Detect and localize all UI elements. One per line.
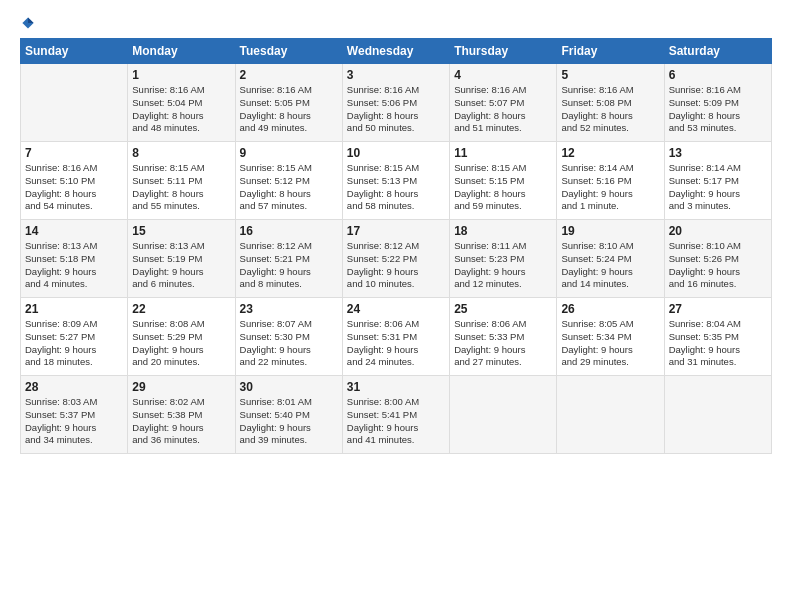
calendar-cell: 8Sunrise: 8:15 AMSunset: 5:11 PMDaylight… <box>128 142 235 220</box>
day-info: Sunrise: 8:15 AMSunset: 5:13 PMDaylight:… <box>347 162 445 213</box>
header-row-days: SundayMondayTuesdayWednesdayThursdayFrid… <box>21 39 772 64</box>
logo <box>20 16 35 30</box>
calendar-week-row: 7Sunrise: 8:16 AMSunset: 5:10 PMDaylight… <box>21 142 772 220</box>
logo-icon <box>21 16 35 30</box>
day-info: Sunrise: 8:00 AMSunset: 5:41 PMDaylight:… <box>347 396 445 447</box>
day-number: 4 <box>454 68 552 82</box>
day-info: Sunrise: 8:12 AMSunset: 5:21 PMDaylight:… <box>240 240 338 291</box>
day-number: 21 <box>25 302 123 316</box>
day-number: 28 <box>25 380 123 394</box>
day-info: Sunrise: 8:13 AMSunset: 5:19 PMDaylight:… <box>132 240 230 291</box>
header-day: Friday <box>557 39 664 64</box>
main-container: SundayMondayTuesdayWednesdayThursdayFrid… <box>0 0 792 464</box>
day-info: Sunrise: 8:16 AMSunset: 5:07 PMDaylight:… <box>454 84 552 135</box>
calendar-cell <box>557 376 664 454</box>
calendar-cell: 7Sunrise: 8:16 AMSunset: 5:10 PMDaylight… <box>21 142 128 220</box>
day-info: Sunrise: 8:15 AMSunset: 5:11 PMDaylight:… <box>132 162 230 213</box>
day-number: 23 <box>240 302 338 316</box>
day-info: Sunrise: 8:16 AMSunset: 5:06 PMDaylight:… <box>347 84 445 135</box>
day-number: 9 <box>240 146 338 160</box>
day-info: Sunrise: 8:13 AMSunset: 5:18 PMDaylight:… <box>25 240 123 291</box>
day-number: 16 <box>240 224 338 238</box>
calendar-cell: 10Sunrise: 8:15 AMSunset: 5:13 PMDayligh… <box>342 142 449 220</box>
day-number: 7 <box>25 146 123 160</box>
calendar-cell: 2Sunrise: 8:16 AMSunset: 5:05 PMDaylight… <box>235 64 342 142</box>
day-number: 30 <box>240 380 338 394</box>
day-number: 3 <box>347 68 445 82</box>
calendar-cell: 13Sunrise: 8:14 AMSunset: 5:17 PMDayligh… <box>664 142 771 220</box>
calendar-header: SundayMondayTuesdayWednesdayThursdayFrid… <box>21 39 772 64</box>
day-number: 1 <box>132 68 230 82</box>
calendar-week-row: 21Sunrise: 8:09 AMSunset: 5:27 PMDayligh… <box>21 298 772 376</box>
calendar-cell: 12Sunrise: 8:14 AMSunset: 5:16 PMDayligh… <box>557 142 664 220</box>
calendar-cell <box>21 64 128 142</box>
day-number: 18 <box>454 224 552 238</box>
day-info: Sunrise: 8:15 AMSunset: 5:12 PMDaylight:… <box>240 162 338 213</box>
calendar-cell: 27Sunrise: 8:04 AMSunset: 5:35 PMDayligh… <box>664 298 771 376</box>
day-number: 14 <box>25 224 123 238</box>
day-number: 27 <box>669 302 767 316</box>
calendar-body: 1Sunrise: 8:16 AMSunset: 5:04 PMDaylight… <box>21 64 772 454</box>
calendar-cell: 1Sunrise: 8:16 AMSunset: 5:04 PMDaylight… <box>128 64 235 142</box>
day-info: Sunrise: 8:10 AMSunset: 5:26 PMDaylight:… <box>669 240 767 291</box>
header-row <box>20 16 772 30</box>
header-day: Sunday <box>21 39 128 64</box>
calendar-cell: 21Sunrise: 8:09 AMSunset: 5:27 PMDayligh… <box>21 298 128 376</box>
day-number: 26 <box>561 302 659 316</box>
calendar-cell: 15Sunrise: 8:13 AMSunset: 5:19 PMDayligh… <box>128 220 235 298</box>
day-info: Sunrise: 8:02 AMSunset: 5:38 PMDaylight:… <box>132 396 230 447</box>
day-number: 25 <box>454 302 552 316</box>
calendar-cell: 18Sunrise: 8:11 AMSunset: 5:23 PMDayligh… <box>450 220 557 298</box>
day-number: 11 <box>454 146 552 160</box>
day-info: Sunrise: 8:14 AMSunset: 5:17 PMDaylight:… <box>669 162 767 213</box>
day-info: Sunrise: 8:06 AMSunset: 5:33 PMDaylight:… <box>454 318 552 369</box>
calendar-cell: 11Sunrise: 8:15 AMSunset: 5:15 PMDayligh… <box>450 142 557 220</box>
calendar-cell: 25Sunrise: 8:06 AMSunset: 5:33 PMDayligh… <box>450 298 557 376</box>
day-number: 8 <box>132 146 230 160</box>
calendar-cell: 24Sunrise: 8:06 AMSunset: 5:31 PMDayligh… <box>342 298 449 376</box>
day-info: Sunrise: 8:16 AMSunset: 5:10 PMDaylight:… <box>25 162 123 213</box>
calendar-cell: 26Sunrise: 8:05 AMSunset: 5:34 PMDayligh… <box>557 298 664 376</box>
calendar-cell <box>664 376 771 454</box>
header-day: Tuesday <box>235 39 342 64</box>
day-number: 19 <box>561 224 659 238</box>
day-info: Sunrise: 8:05 AMSunset: 5:34 PMDaylight:… <box>561 318 659 369</box>
day-number: 15 <box>132 224 230 238</box>
day-number: 31 <box>347 380 445 394</box>
calendar-cell: 9Sunrise: 8:15 AMSunset: 5:12 PMDaylight… <box>235 142 342 220</box>
day-info: Sunrise: 8:03 AMSunset: 5:37 PMDaylight:… <box>25 396 123 447</box>
calendar-cell: 17Sunrise: 8:12 AMSunset: 5:22 PMDayligh… <box>342 220 449 298</box>
day-info: Sunrise: 8:15 AMSunset: 5:15 PMDaylight:… <box>454 162 552 213</box>
day-number: 13 <box>669 146 767 160</box>
calendar-cell: 14Sunrise: 8:13 AMSunset: 5:18 PMDayligh… <box>21 220 128 298</box>
calendar-cell: 3Sunrise: 8:16 AMSunset: 5:06 PMDaylight… <box>342 64 449 142</box>
day-info: Sunrise: 8:08 AMSunset: 5:29 PMDaylight:… <box>132 318 230 369</box>
day-info: Sunrise: 8:06 AMSunset: 5:31 PMDaylight:… <box>347 318 445 369</box>
day-number: 12 <box>561 146 659 160</box>
day-info: Sunrise: 8:16 AMSunset: 5:08 PMDaylight:… <box>561 84 659 135</box>
calendar-cell: 29Sunrise: 8:02 AMSunset: 5:38 PMDayligh… <box>128 376 235 454</box>
day-number: 29 <box>132 380 230 394</box>
calendar-cell: 6Sunrise: 8:16 AMSunset: 5:09 PMDaylight… <box>664 64 771 142</box>
calendar-cell: 4Sunrise: 8:16 AMSunset: 5:07 PMDaylight… <box>450 64 557 142</box>
day-number: 5 <box>561 68 659 82</box>
day-info: Sunrise: 8:16 AMSunset: 5:05 PMDaylight:… <box>240 84 338 135</box>
calendar-week-row: 14Sunrise: 8:13 AMSunset: 5:18 PMDayligh… <box>21 220 772 298</box>
day-info: Sunrise: 8:11 AMSunset: 5:23 PMDaylight:… <box>454 240 552 291</box>
calendar-cell: 5Sunrise: 8:16 AMSunset: 5:08 PMDaylight… <box>557 64 664 142</box>
day-info: Sunrise: 8:16 AMSunset: 5:04 PMDaylight:… <box>132 84 230 135</box>
logo-text <box>20 16 35 30</box>
day-info: Sunrise: 8:07 AMSunset: 5:30 PMDaylight:… <box>240 318 338 369</box>
calendar-cell: 20Sunrise: 8:10 AMSunset: 5:26 PMDayligh… <box>664 220 771 298</box>
header-day: Wednesday <box>342 39 449 64</box>
day-info: Sunrise: 8:01 AMSunset: 5:40 PMDaylight:… <box>240 396 338 447</box>
day-number: 20 <box>669 224 767 238</box>
calendar-cell: 30Sunrise: 8:01 AMSunset: 5:40 PMDayligh… <box>235 376 342 454</box>
calendar-week-row: 28Sunrise: 8:03 AMSunset: 5:37 PMDayligh… <box>21 376 772 454</box>
header-day: Thursday <box>450 39 557 64</box>
day-info: Sunrise: 8:16 AMSunset: 5:09 PMDaylight:… <box>669 84 767 135</box>
calendar-week-row: 1Sunrise: 8:16 AMSunset: 5:04 PMDaylight… <box>21 64 772 142</box>
calendar-cell: 23Sunrise: 8:07 AMSunset: 5:30 PMDayligh… <box>235 298 342 376</box>
day-info: Sunrise: 8:10 AMSunset: 5:24 PMDaylight:… <box>561 240 659 291</box>
calendar-cell: 22Sunrise: 8:08 AMSunset: 5:29 PMDayligh… <box>128 298 235 376</box>
